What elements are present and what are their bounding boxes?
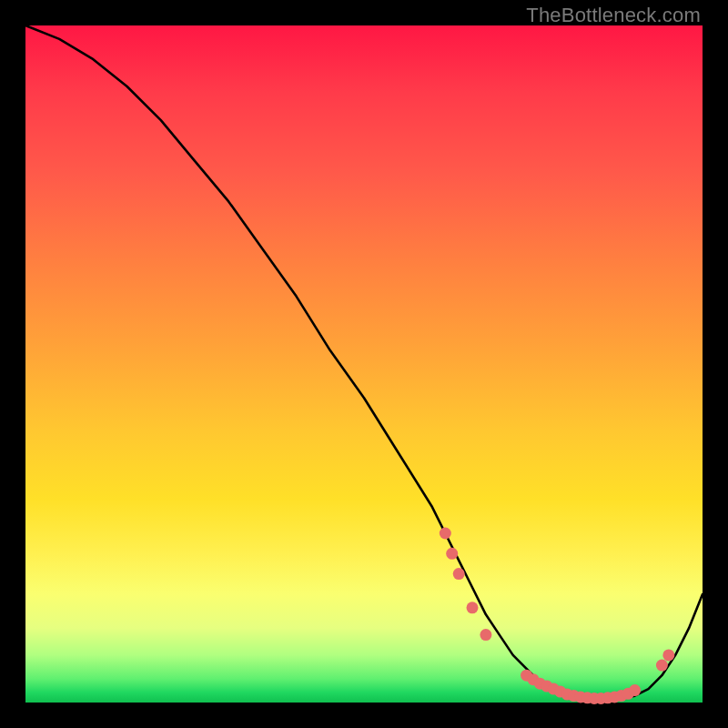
marker-dot (467, 602, 479, 613)
marker-dot (440, 528, 451, 540)
watermark-text: TheBottleneck.com (526, 4, 701, 27)
chart-svg (25, 25, 703, 703)
marker-dot (656, 660, 668, 672)
marker-dot (629, 684, 641, 696)
plot-area (25, 25, 703, 703)
marker-dot (662, 649, 674, 661)
line-series (25, 25, 703, 700)
marker-dot (480, 629, 491, 641)
marker-dot (446, 548, 458, 560)
marker-group (440, 528, 675, 705)
chart-frame: TheBottleneck.com (0, 0, 728, 728)
marker-dot (453, 568, 465, 580)
